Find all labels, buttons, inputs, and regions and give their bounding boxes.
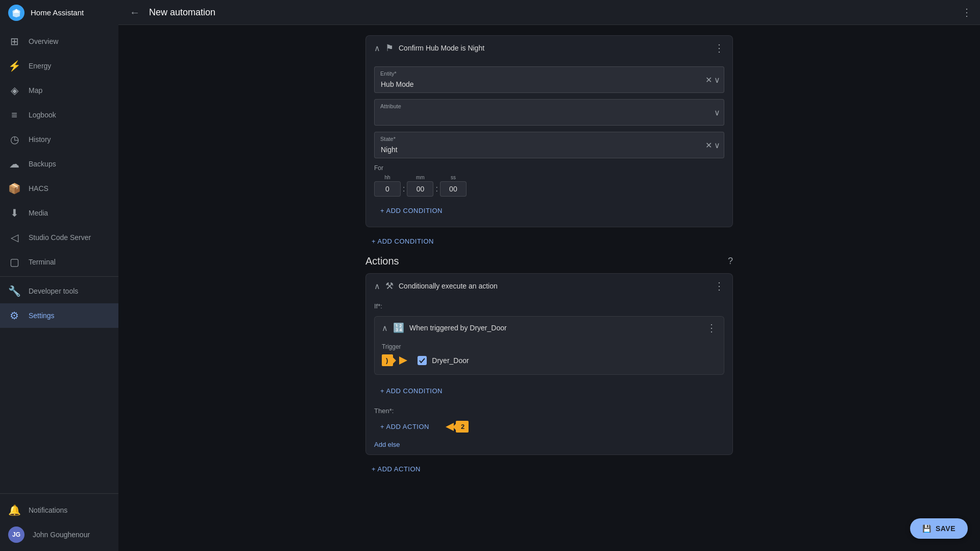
entity-select[interactable]: Hub Mode: [374, 66, 724, 93]
confirm-hub-more-icon[interactable]: ⋮: [714, 42, 724, 54]
actions-card-body: If*: ∧ 🔢 When triggered by Dryer_Door ⋮ …: [366, 298, 732, 454]
outer-add-action-label: + ADD ACTION: [372, 465, 421, 473]
content-area: ∧ ⚑ Confirm Hub Mode is Night ⋮ Entity* …: [118, 25, 980, 551]
outer-add-condition-button[interactable]: + ADD CONDITION: [365, 233, 440, 249]
add-action-label: + ADD ACTION: [380, 423, 429, 430]
avatar: JG: [8, 526, 24, 543]
sub-trigger-card: ∧ 🔢 When triggered by Dryer_Door ⋮ Trigg…: [374, 316, 724, 375]
actions-card-more-icon[interactable]: ⋮: [714, 280, 724, 292]
main-area: ← New automation ⋮ ∧ ⚑ Confirm Hub Mode …: [118, 0, 980, 551]
state-field-actions: ✕ ∨: [705, 140, 720, 150]
confirm-hub-mode-card: ∧ ⚑ Confirm Hub Mode is Night ⋮ Entity* …: [365, 35, 733, 227]
more-menu-icon[interactable]: ⋮: [962, 6, 972, 18]
media-icon: ⬇: [8, 207, 20, 219]
state-clear-icon[interactable]: ✕: [705, 140, 712, 150]
dryer-door-checkbox[interactable]: [418, 356, 427, 365]
terminal-icon: ▢: [8, 256, 20, 268]
for-section: For hh 0 : mm 00 :: [374, 164, 724, 197]
actions-help-icon[interactable]: ?: [728, 256, 733, 267]
sidebar-item-terminal[interactable]: ▢ Terminal: [0, 250, 118, 274]
sidebar-item-notifications[interactable]: 🔔 Notifications: [0, 498, 118, 522]
for-hh-input[interactable]: 0: [374, 181, 401, 197]
sidebar-item-logbook[interactable]: ≡ Logbook: [0, 103, 118, 127]
attribute-select[interactable]: [374, 99, 724, 126]
developer-tools-icon: 🔧: [8, 285, 20, 297]
dryer-door-checkbox-row: Dryer_Door: [418, 356, 469, 365]
history-icon: ◷: [8, 133, 20, 146]
sidebar-item-developer-tools[interactable]: 🔧 Developer tools: [0, 279, 118, 303]
attribute-expand-icon[interactable]: ∨: [714, 108, 720, 117]
topbar: ← New automation ⋮: [118, 0, 980, 25]
sidebar-item-hacs[interactable]: 📦 HACS: [0, 176, 118, 201]
actions-add-condition-button[interactable]: + ADD CONDITION: [374, 383, 449, 399]
add-condition-inner-button[interactable]: + ADD CONDITION: [374, 203, 449, 219]
actions-card-header: ∧ ⚒ Conditionally execute an action ⋮: [366, 274, 732, 298]
map-icon: ◈: [8, 84, 20, 97]
page-title: New automation: [149, 7, 955, 18]
actions-add-condition-wrapper: + ADD CONDITION: [366, 379, 732, 403]
state-select[interactable]: Night: [374, 132, 724, 158]
confirm-hub-card-header: ∧ ⚑ Confirm Hub Mode is Night ⋮: [366, 36, 732, 60]
arrow-annotation-1: ): [382, 354, 411, 366]
sidebar-bottom: 🔔 Notifications JG John Goughenour: [0, 493, 118, 551]
entity-field: Entity* Hub Mode ✕ ∨: [374, 66, 724, 93]
separator-1: :: [403, 184, 405, 194]
entity-field-actions: ✕ ∨: [705, 75, 720, 85]
notifications-icon: 🔔: [8, 504, 20, 516]
checkmark-icon: [419, 357, 425, 364]
save-label: SAVE: [936, 524, 955, 533]
state-expand-icon[interactable]: ∨: [714, 140, 720, 150]
save-button[interactable]: 💾 SAVE: [910, 518, 968, 539]
sidebar-item-user[interactable]: JG John Goughenour: [0, 522, 118, 547]
actions-card-title: Conditionally execute an action: [399, 282, 709, 290]
entity-clear-icon[interactable]: ✕: [705, 75, 712, 85]
sidebar-item-map[interactable]: ◈ Map: [0, 78, 118, 103]
actions-section-header: Actions ?: [365, 255, 733, 267]
for-mm-input[interactable]: 00: [407, 181, 433, 197]
for-mm-group: mm 00: [407, 175, 433, 197]
app-title: Home Assistant: [31, 8, 84, 17]
actions-title: Actions: [365, 255, 399, 267]
attribute-field-actions: ∨: [714, 108, 720, 117]
condition-icon: ⚑: [385, 42, 394, 54]
for-ss-input[interactable]: 00: [440, 181, 467, 197]
then-label: Then*:: [366, 403, 732, 417]
sidebar-item-settings[interactable]: ⚙ Settings: [0, 303, 118, 328]
trigger-row: ): [382, 354, 717, 366]
action-type-icon: ⚒: [385, 280, 394, 292]
outer-add-condition-label: + ADD CONDITION: [372, 237, 434, 245]
backups-icon: ☁: [8, 158, 20, 170]
sidebar-item-history[interactable]: ◷ History: [0, 127, 118, 152]
sidebar-menu: ⊞ Overview ⚡ Energy ◈ Map ≡ Logbook ◷ Hi…: [0, 25, 118, 493]
sub-trigger-header: ∧ 🔢 When triggered by Dryer_Door ⋮: [375, 317, 724, 339]
hacs-icon: 📦: [8, 182, 20, 195]
sidebar-divider: [0, 276, 118, 277]
separator-2: :: [435, 184, 437, 194]
trigger-type-icon: 🔢: [393, 322, 404, 333]
sidebar-item-overview[interactable]: ⊞ Overview: [0, 29, 118, 54]
for-inputs: hh 0 : mm 00 : ss 00: [374, 175, 724, 197]
actions-collapse-icon[interactable]: ∧: [374, 281, 380, 291]
sidebar-item-backups[interactable]: ☁ Backups: [0, 152, 118, 176]
trigger-section-label: Trigger: [382, 343, 717, 350]
home-assistant-icon: [8, 5, 24, 21]
sidebar-item-media[interactable]: ⬇ Media: [0, 201, 118, 225]
sidebar-item-energy[interactable]: ⚡ Energy: [0, 54, 118, 78]
sub-trigger-more-icon[interactable]: ⋮: [706, 322, 717, 334]
add-else-link[interactable]: Add else: [366, 439, 732, 450]
arrow-right-svg: [399, 356, 411, 365]
save-icon: 💾: [922, 524, 932, 533]
sidebar-header: Home Assistant: [0, 0, 118, 25]
add-condition-inner-label: + ADD CONDITION: [380, 207, 443, 214]
sub-trigger-title: When triggered by Dryer_Door: [409, 324, 701, 332]
outer-add-action-button[interactable]: + ADD ACTION: [365, 461, 427, 477]
sidebar-item-studio-code-server[interactable]: ◁ Studio Code Server: [0, 225, 118, 250]
entity-expand-icon[interactable]: ∨: [714, 75, 720, 85]
sub-collapse-icon[interactable]: ∧: [382, 323, 388, 333]
confirm-hub-title: Confirm Hub Mode is Night: [399, 44, 709, 52]
add-action-button[interactable]: + ADD ACTION: [374, 419, 435, 435]
attribute-field: Attribute ∨: [374, 99, 724, 126]
back-button[interactable]: ←: [127, 4, 143, 20]
add-action-row: + ADD ACTION 2: [366, 417, 732, 439]
collapse-icon[interactable]: ∧: [374, 43, 380, 53]
